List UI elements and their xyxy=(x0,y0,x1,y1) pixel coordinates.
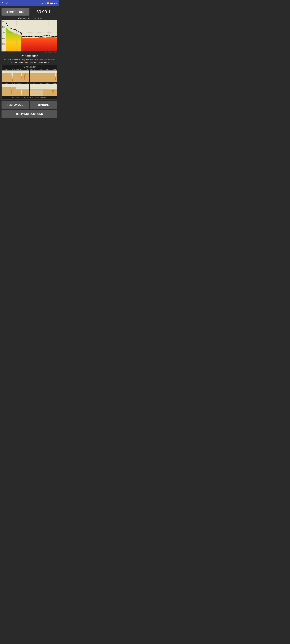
top-row: START TEST 60:00:1 xyxy=(2,8,57,16)
svg-marker-58 xyxy=(43,90,57,96)
timer-display: 60:00:1 xyxy=(30,9,57,14)
cpu-cell-3-label: 3.53GHz T98C xyxy=(43,69,57,70)
svg-marker-16 xyxy=(2,73,16,82)
status-icons: 🔇 ✈ 📶 73 xyxy=(41,2,57,4)
cpu-cell-3-freq: 3.53GHz xyxy=(44,69,49,70)
svg-marker-28 xyxy=(30,73,43,82)
cpu-cell-4-label: 3.53GHz T10C xyxy=(2,82,16,84)
svg-marker-46 xyxy=(16,90,30,96)
cpu-cell-1-freq: 3.53GHz xyxy=(16,69,22,70)
battery-icon xyxy=(50,2,54,4)
home-indicator xyxy=(0,127,59,131)
bottom-buttons: TEST JAVA/C OPTIONS xyxy=(2,101,57,109)
cpu-cell-2-freq: 3.53GHz xyxy=(30,69,35,70)
cpu-cell-5-graph xyxy=(16,84,30,96)
performance-title: Performance xyxy=(2,54,57,58)
options-button[interactable]: OPTIONS xyxy=(30,101,57,109)
cpu-cell-4: 3.53GHz T10C xyxy=(2,82,16,96)
svg-marker-34 xyxy=(43,73,57,82)
cpu-cell-0-freq: 3.53GHz xyxy=(3,69,8,70)
cpu-cell-2-graph xyxy=(30,70,43,82)
svg-marker-1 xyxy=(21,36,57,52)
stat-avg: Avg 199,374GIPS xyxy=(22,58,38,60)
cpu-cell-3: 3.53GHz T98C xyxy=(43,69,57,82)
cpu-cell-2: 3.53GHz T99C xyxy=(30,69,43,82)
performance-stats: Max 316,468GIPS Avg 199,374GIPS Min 168,… xyxy=(2,58,57,60)
graph-time-label: time(interval 10min) xyxy=(2,52,57,54)
cpu-cell-3-graph xyxy=(43,70,57,82)
svg-marker-0 xyxy=(6,20,21,52)
performance-graph-svg xyxy=(2,20,57,52)
cpu-cell-7: 1.01GHz T95C xyxy=(43,82,57,96)
cpu-cell-5-label: 3.53GHz T98C xyxy=(16,82,30,84)
cpu-cell-5: 3.53GHz T98C xyxy=(16,82,30,96)
home-bar xyxy=(20,128,39,129)
cpu-cell-6-freq: 1.01GHz xyxy=(30,83,35,84)
status-time: 11:58 xyxy=(2,2,8,4)
cpu-cell-5-temp: T98C xyxy=(26,83,29,84)
cpu-monitor-section: CPU Monitor 3.53GHz T78C xyxy=(2,65,57,100)
cpu-cell-2-temp: T99C xyxy=(39,69,43,70)
cpu-cell-2-label: 3.53GHz T99C xyxy=(30,69,43,70)
mute-icon: 🔇 xyxy=(41,2,44,4)
cpu-cell-1: 3.53GHz T98C xyxy=(16,69,30,82)
status-bar: 11:58 🔇 ✈ 📶 73 xyxy=(0,0,59,6)
start-test-button[interactable]: START TEST xyxy=(2,8,30,16)
cpu-cell-7-label: 1.01GHz T95C xyxy=(43,82,57,84)
graph-section: performance over time graph 100% 80% 60%… xyxy=(2,17,57,53)
cpu-cell-1-label: 3.53GHz T98C xyxy=(16,69,30,70)
svg-marker-40 xyxy=(2,87,16,96)
help-instructions-button[interactable]: HELP/INSTRUCTIONS xyxy=(2,110,57,118)
cpu-monitor-title: CPU Monitor xyxy=(2,66,57,68)
cpu-cell-1-graph xyxy=(16,70,30,82)
cpu-cell-1-temp: T98C xyxy=(26,69,29,70)
main-content: START TEST 60:00:1 performance over time… xyxy=(0,6,59,121)
cpu-cell-7-freq: 1.01GHz xyxy=(44,83,49,84)
graph-container: 100% 80% 60% 40% 20% 0 xyxy=(2,20,57,53)
graph-canvas: 100% 80% 60% 40% 20% 0 xyxy=(2,20,57,52)
cpu-cell-7-temp: T95C xyxy=(53,83,56,84)
cpu-cell-0-temp: T78C xyxy=(12,69,15,70)
cpu-cell-4-freq: 3.53GHz xyxy=(3,83,8,84)
cpu-grid: 3.53GHz T78C xyxy=(2,69,57,96)
cpu-cell-0: 3.53GHz T78C xyxy=(2,69,16,82)
cpu-cell-7-graph xyxy=(43,84,57,96)
svg-marker-52 xyxy=(30,90,43,96)
cpu-cell-6-temp: T10C xyxy=(39,83,43,84)
wifi-icon: 📶 xyxy=(47,2,49,4)
svg-marker-22 xyxy=(16,73,30,82)
airplane-icon: ✈ xyxy=(44,2,46,4)
cpu-cell-0-graph xyxy=(2,70,16,82)
stat-min: Min 168,360GIPS xyxy=(40,58,55,60)
svg-point-10 xyxy=(44,35,46,36)
cpu-cell-6: 1.01GHz T10C xyxy=(30,82,43,96)
battery-level: 73 xyxy=(55,2,57,4)
cpu-cell-6-graph xyxy=(30,84,43,96)
cpu-cell-0-label: 3.53GHz T78C xyxy=(2,69,16,70)
stat-max: Max 316,468GIPS xyxy=(4,58,20,60)
cpu-cell-5-freq: 3.53GHz xyxy=(16,83,22,84)
throttle-text: CPU throttled to 53% of its max performa… xyxy=(2,61,57,64)
cpu-cell-3-temp: T98C xyxy=(53,69,56,70)
test-java-c-button[interactable]: TEST JAVA/C xyxy=(2,101,29,109)
cpu-cell-4-temp: T10C xyxy=(12,83,15,84)
graph-title: performance over time graph xyxy=(2,17,57,20)
cpu-cell-6-label: 1.01GHz T10C xyxy=(30,82,43,84)
cpu-footer: MAX CPU CLOCK:4.32GHz TEMPERATURE:99C xyxy=(2,96,57,99)
cpu-cell-4-graph xyxy=(2,84,16,96)
performance-section: Performance Max 316,468GIPS Avg 199,374G… xyxy=(2,54,57,64)
